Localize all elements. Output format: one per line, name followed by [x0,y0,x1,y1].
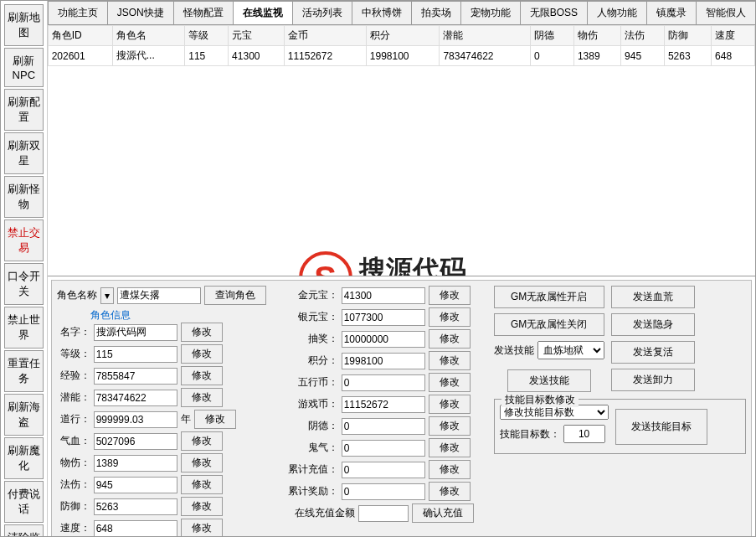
col-header[interactable]: 积分 [366,26,440,46]
sidebar-btn-12[interactable]: 清除监控 [4,524,44,537]
modify-pot-button[interactable]: 修改 [181,388,223,407]
modify-qi-button[interactable]: 修改 [181,431,223,451]
sidebar-btn-1[interactable]: 刷新NPC [4,48,44,87]
sidebar-btn-3[interactable]: 刷新双星 [4,132,44,174]
cell: 0 [531,46,574,66]
inp-jifen[interactable] [342,353,425,369]
inp-fashang[interactable] [94,477,177,493]
sidebar-btn-10[interactable]: 刷新魔化 [4,437,44,479]
confirm-recharge-button[interactable]: 确认充值 [412,503,474,523]
cell: 1998100 [366,46,440,66]
col-header[interactable]: 物伤 [573,26,620,46]
inp-dao[interactable] [94,411,177,428]
inp-chou[interactable] [342,331,425,348]
col-header[interactable]: 角色名 [112,26,185,46]
col-header[interactable]: 角色ID [48,26,112,46]
modify-fangyu-button[interactable]: 修改 [181,497,223,516]
tab-智能假人[interactable]: 智能假人 [696,1,756,24]
modify-fashang-button[interactable]: 修改 [181,475,223,494]
modify-level-button[interactable]: 修改 [181,344,223,364]
role-info-link[interactable]: 角色信息 [90,308,275,323]
skill-select[interactable]: 血炼地狱 [537,341,604,359]
sidebar-btn-2[interactable]: 刷新配置 [4,89,44,131]
modify-chou-button[interactable]: 修改 [429,329,471,349]
modify-leichong-button[interactable]: 修改 [429,460,471,479]
inp-wuxing[interactable] [342,374,425,391]
tab-怪物配置[interactable]: 怪物配置 [173,1,234,24]
modify-yinde-button[interactable]: 修改 [429,416,471,436]
col-header[interactable]: 金币 [284,26,366,46]
extra-btn-0[interactable]: 发送血荒 [611,286,695,308]
skill-target-group: 技能目标数修改 修改技能目标数 技能目标数： 发送技能目标 [494,399,746,454]
modify-guiqi-button[interactable]: 修改 [429,438,471,457]
modify-youxi-button[interactable]: 修改 [429,395,471,414]
query-role-button[interactable]: 查询角色 [204,286,266,305]
data-grid[interactable]: 角色ID角色名等级元宝金币积分潜能阴德物伤法伤防御速度 202601搜源代...… [48,25,755,276]
target-count-input[interactable] [563,425,605,443]
inp-guiqi[interactable] [342,440,425,457]
modify-leijiang-button[interactable]: 修改 [429,482,471,501]
inp-qi[interactable] [94,433,177,450]
tab-镇魔录[interactable]: 镇魔录 [646,1,697,24]
inp-jin[interactable] [342,287,425,304]
extra-btn-2[interactable]: 发送复活 [611,341,695,364]
sidebar-btn-6[interactable]: 口令开关 [4,263,44,305]
dropdown-btn[interactable]: ▾ [100,287,114,304]
inp-fangyu[interactable] [94,498,177,515]
col-header[interactable]: 法伤 [621,26,665,46]
modify-yin-button[interactable]: 修改 [429,307,471,327]
modify-jin-button[interactable]: 修改 [429,286,471,305]
col-header[interactable]: 防御 [664,26,711,46]
col-header[interactable]: 阴德 [531,26,574,46]
inp-leichong[interactable] [342,462,425,478]
tab-JSON快捷[interactable]: JSON快捷 [107,1,174,24]
col-header[interactable]: 等级 [185,26,229,46]
col-header[interactable]: 元宝 [229,26,285,46]
modify-speed-button[interactable]: 修改 [181,519,223,537]
tab-拍卖场[interactable]: 拍卖场 [411,1,461,24]
inp-speed[interactable] [94,520,177,537]
inp-exp[interactable] [94,368,177,385]
modify-name-button[interactable]: 修改 [181,323,223,342]
gm-invincible-on-button[interactable]: GM无敌属性开启 [494,286,604,308]
sidebar-btn-7[interactable]: 禁止世界 [4,307,44,349]
table-row[interactable]: 202601搜源代...1154130011152672199810078347… [48,46,754,66]
sidebar: 刷新地图刷新NPC刷新配置刷新双星刷新怪物禁止交易口令开关禁止世界重置任务刷新海… [1,1,48,536]
tab-在线监视[interactable]: 在线监视 [233,1,293,24]
sidebar-btn-0[interactable]: 刷新地图 [4,4,44,46]
inp-yinde[interactable] [342,418,425,435]
tab-中秋博饼[interactable]: 中秋博饼 [352,1,412,24]
modify-wuxing-button[interactable]: 修改 [429,373,471,392]
inp-wushang[interactable] [94,455,177,472]
sidebar-btn-8[interactable]: 重置任务 [4,350,44,392]
inp-name[interactable] [94,324,177,341]
role-name-input[interactable] [117,287,201,304]
inp-online[interactable] [358,505,409,522]
modify-jifen-button[interactable]: 修改 [429,351,471,370]
col-header[interactable]: 速度 [712,26,755,46]
send-skill-target-button[interactable]: 发送技能目标 [615,409,707,445]
inp-leijiang[interactable] [342,483,425,500]
modify-exp-button[interactable]: 修改 [181,366,223,385]
tab-活动列表[interactable]: 活动列表 [292,1,352,24]
extra-btn-3[interactable]: 发送卸力 [611,369,695,391]
send-skill-button[interactable]: 发送技能 [507,369,591,392]
sidebar-btn-11[interactable]: 付费说话 [4,481,44,523]
inp-pot[interactable] [94,390,177,406]
tab-人物功能[interactable]: 人物功能 [587,1,647,24]
col-header[interactable]: 潜能 [440,26,531,46]
sidebar-btn-5[interactable]: 禁止交易 [4,219,44,261]
modify-dao-button[interactable]: 修改 [194,410,236,429]
sidebar-btn-9[interactable]: 刷新海盗 [4,394,44,436]
lbl-wushang: 物伤： [57,456,90,470]
modify-wushang-button[interactable]: 修改 [181,453,223,472]
tab-无限BOSS[interactable]: 无限BOSS [520,1,588,24]
sidebar-btn-4[interactable]: 刷新怪物 [4,176,44,218]
inp-youxi[interactable] [342,396,425,413]
tab-功能主页[interactable]: 功能主页 [48,1,108,24]
inp-level[interactable] [94,346,177,363]
inp-yin[interactable] [342,309,425,326]
extra-btn-1[interactable]: 发送隐身 [611,313,695,336]
gm-invincible-off-button[interactable]: GM无敌属性关闭 [494,313,604,336]
tab-宠物功能[interactable]: 宠物功能 [460,1,521,24]
